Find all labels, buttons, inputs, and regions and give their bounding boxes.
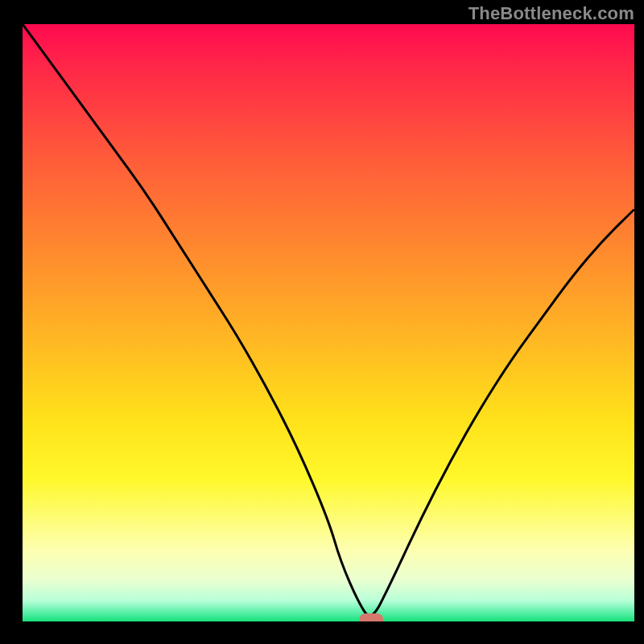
- watermark-text: TheBottleneck.com: [469, 3, 634, 24]
- chart-gradient-bg: [23, 24, 634, 621]
- chart-container: TheBottleneck.com: [0, 0, 644, 644]
- bottleneck-chart: [0, 0, 644, 644]
